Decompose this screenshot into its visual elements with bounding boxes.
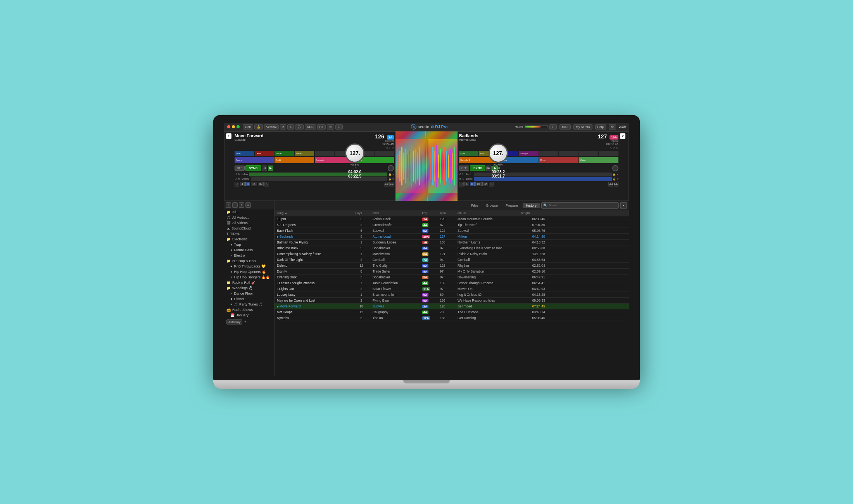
autoplay-badge[interactable]: Autoplay bbox=[226, 319, 242, 324]
link-button[interactable]: Link bbox=[243, 124, 253, 129]
table-row[interactable]: Dark Of The Light 2 Comball 7A 94 Combal… bbox=[275, 257, 629, 262]
deck1-loop-4[interactable]: 4 bbox=[240, 182, 245, 186]
deck1-loop-16[interactable]: 16 bbox=[251, 182, 257, 186]
deck2-next-track[interactable]: ▶▶ bbox=[614, 182, 618, 186]
sidebar-item-all-audio[interactable]: 🎵 All Audio... bbox=[224, 215, 274, 220]
deck2-cue-start[interactable]: Start bbox=[459, 151, 478, 156]
autoplay-star[interactable]: ✦ bbox=[244, 320, 247, 324]
sidebar-item-soundcloud[interactable]: ☁ SoundCloud bbox=[224, 226, 274, 231]
col-song[interactable]: song ▲ bbox=[275, 210, 352, 216]
sidebar-item-weddings[interactable]: 📁 Weddings 💍 bbox=[224, 285, 274, 291]
list-view-icon[interactable]: ≡ bbox=[239, 202, 244, 208]
table-row[interactable]: Dignity 8 Trade Sister 8A 97 My Only Sal… bbox=[275, 268, 629, 274]
search-input[interactable] bbox=[549, 204, 617, 207]
col-album[interactable]: album bbox=[455, 210, 519, 216]
deck1-play[interactable]: ▶ bbox=[268, 166, 273, 171]
sidebar-item-future-bass[interactable]: ● Future Bass bbox=[224, 247, 274, 253]
headphones-button[interactable]: 🎧 bbox=[295, 124, 304, 129]
deck2-dial[interactable]: 127. bbox=[489, 143, 508, 163]
deck2-cue-off1[interactable] bbox=[539, 151, 559, 156]
fx-button[interactable]: FX bbox=[317, 124, 326, 129]
grid-button[interactable]: ⊞ bbox=[335, 124, 343, 129]
deck2-knob[interactable] bbox=[612, 165, 618, 171]
deck2-cue-outro[interactable]: Outro bbox=[579, 157, 618, 163]
sidebar-item-hiphop[interactable]: 📁 Hip Hop & RnB bbox=[224, 258, 274, 264]
deck2-cue-sample[interactable]: Sample bbox=[519, 151, 539, 156]
my-serato-button[interactable]: My Serato bbox=[573, 124, 592, 129]
table-row[interactable]: 500 Degrees 2 Grenadesafe 4A 87 Tip The … bbox=[275, 222, 629, 228]
deck1-arrow-left[interactable]: ◁ bbox=[235, 182, 239, 186]
sidebar-item-hiphop-openers[interactable]: ● Hip Hop Openers 🔥 bbox=[224, 269, 274, 274]
vertical-button[interactable]: Vertical bbox=[264, 124, 279, 129]
table-row[interactable]: 10 pm 3 Action Track 1A 120 Moon Mountai… bbox=[275, 216, 629, 222]
deck1-dial[interactable]: 127. bbox=[345, 143, 364, 163]
table-row[interactable]: ▶ Badlands 9 Atomic Load 10A 127 Million… bbox=[275, 233, 629, 239]
sidebar-item-all-videos[interactable]: 🎬 All Videos... bbox=[224, 220, 274, 226]
sidebar-item-party[interactable]: ● 🎵 Party Tunes 🎵 bbox=[224, 302, 274, 307]
deck1-loop-8[interactable]: 8 bbox=[245, 182, 250, 186]
deck1-cue-sound[interactable]: Sound bbox=[235, 157, 274, 163]
close-search-button[interactable]: × bbox=[620, 202, 627, 209]
deck1-off[interactable]: OFF bbox=[235, 166, 245, 171]
deck1-cue-build[interactable]: Build bbox=[275, 157, 314, 163]
tab-prepare[interactable]: Prepare bbox=[502, 203, 521, 208]
deck2-loop-32[interactable]: 32 bbox=[482, 182, 489, 186]
help-button[interactable]: Help bbox=[595, 124, 606, 129]
deck2-loop-16[interactable]: 16 bbox=[475, 182, 482, 186]
sidebar-item-tidal[interactable]: T TIDAL bbox=[224, 231, 274, 236]
deck2-sync[interactable]: SYNC bbox=[470, 165, 485, 171]
sidebar-item-rnb[interactable]: ● RnB Throwbacks 💛 bbox=[224, 264, 274, 269]
table-row[interactable]: ♪ Lesser Thought Process 7 Taste Foundat… bbox=[275, 280, 629, 286]
table-row[interactable]: ♪ Lights Out 2 Solar Flower 11A 97 Moves… bbox=[275, 286, 629, 292]
midi-btn2[interactable]: MIDI bbox=[559, 124, 571, 129]
sidebar-item-hiphop-bangers[interactable]: ● Hip Hop Bangers 🔥🔥 bbox=[224, 274, 274, 280]
add-subcrate-icon[interactable]: + bbox=[232, 202, 238, 208]
lock-button[interactable]: 🔒 bbox=[254, 124, 263, 129]
deck2-cue-off4[interactable] bbox=[599, 151, 618, 156]
sidebar-item-trap[interactable]: ● Trap bbox=[224, 242, 274, 247]
moon-button[interactable]: ☾ bbox=[549, 124, 557, 129]
deck1-next-track[interactable]: ▶▶ bbox=[389, 182, 394, 186]
col-key[interactable]: key bbox=[420, 210, 438, 216]
deck2-arrow-left[interactable]: ◁ bbox=[459, 182, 464, 186]
deck1-cue-vocal2[interactable]: Vocal 2 bbox=[295, 151, 314, 156]
deck1-loop-32[interactable]: 32 bbox=[258, 182, 264, 186]
table-row[interactable]: Bring me Back 5 Bobabacker 8A 87 Everyth… bbox=[275, 245, 629, 251]
deck1-cue-off4[interactable] bbox=[375, 151, 394, 156]
col-artist[interactable]: artist bbox=[370, 210, 420, 216]
num2-button[interactable]: 4 bbox=[287, 124, 294, 129]
deck1-cue-vocal[interactable]: Vocal bbox=[275, 151, 294, 156]
sidebar-item-all[interactable]: 📁 All... bbox=[224, 209, 274, 215]
tab-history[interactable]: History bbox=[523, 203, 540, 208]
sidebar-item-electro[interactable]: ● Electro bbox=[224, 253, 274, 258]
sidebar-item-radio[interactable]: 📻 Radio Shows bbox=[224, 307, 274, 312]
deck1-sync[interactable]: SYNC bbox=[245, 165, 261, 171]
col-plays[interactable]: plays bbox=[352, 210, 370, 216]
deck2-arrow-right[interactable]: ▷ bbox=[489, 182, 494, 186]
deck1-cue-beat[interactable]: Beat bbox=[235, 151, 254, 156]
table-row[interactable]: Defend 12 The Guilty 8A 128 Rhythm 02:52… bbox=[275, 262, 629, 268]
deck1-prev[interactable]: ⏮ bbox=[262, 166, 267, 171]
table-row[interactable]: Not Heaps 12 Caligraphy 4A 70 The Hurric… bbox=[275, 309, 629, 315]
sidebar-item-electronic[interactable]: 📁 Electronic bbox=[224, 236, 274, 242]
deck2-prev-track[interactable]: ◀◀ bbox=[608, 182, 613, 186]
table-row[interactable]: May we be Open and Lost 2 Flying Blue 9A… bbox=[275, 297, 629, 303]
col-length[interactable]: length bbox=[519, 210, 547, 216]
table-row[interactable]: Loosey Lucy 1 Brain over a hill 9A 89 hu… bbox=[275, 292, 629, 297]
sidebar-item-dance-floor[interactable]: ● Dance Floor bbox=[224, 291, 274, 296]
table-row[interactable]: Batman you're Flying 1 Suddenly Loose 1B… bbox=[275, 239, 629, 245]
table-row[interactable]: Nymphs 6 The 88 12A 136 Get Dancing 05:0… bbox=[275, 315, 629, 321]
rec-button[interactable]: REC bbox=[305, 124, 316, 129]
grid-view-icon[interactable]: ⊞ bbox=[245, 202, 251, 208]
tab-files[interactable]: Files bbox=[468, 203, 482, 208]
close-button[interactable] bbox=[227, 125, 230, 128]
deck2-cue-drop[interactable]: Drop bbox=[539, 157, 578, 163]
table-row[interactable]: Back Flash 6 Subwall 8A 124 Subwall 05:0… bbox=[275, 228, 629, 233]
deck1-arrow-right[interactable]: ▷ bbox=[264, 182, 269, 186]
num1-button[interactable]: 2 bbox=[280, 124, 286, 129]
deck2-cue-off3[interactable] bbox=[579, 151, 599, 156]
table-row[interactable]: Contemplating A Noisey future 1 Massivei… bbox=[275, 251, 629, 257]
table-row[interactable]: ▶ Move Forward 18 Subwall 2A 126 Self Ti… bbox=[275, 303, 629, 309]
deck1-knob[interactable] bbox=[388, 165, 394, 171]
deck2-loop-4[interactable]: 4 bbox=[464, 182, 469, 186]
